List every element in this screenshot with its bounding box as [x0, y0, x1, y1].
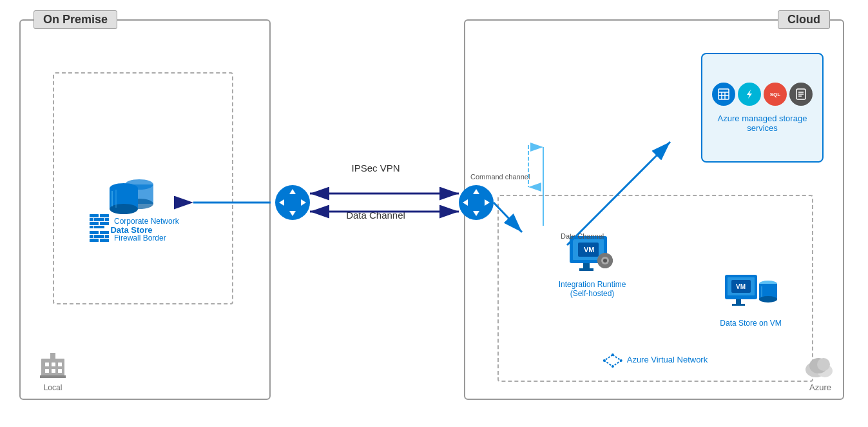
svg-rect-56	[583, 263, 590, 268]
command-channel-label: Command channel	[470, 173, 530, 181]
svg-rect-19	[94, 235, 104, 238]
svg-rect-62	[603, 265, 607, 268]
svg-point-83	[817, 358, 830, 371]
corporate-network-row: Corporate Network	[90, 214, 179, 228]
diagram-container: On Premise Data S	[0, 0, 868, 427]
svg-marker-47	[747, 90, 752, 99]
svg-rect-13	[90, 222, 99, 225]
local-building: Local	[40, 350, 66, 392]
svg-rect-26	[52, 362, 55, 366]
azure-storage-box: SQL Azure managed storage services	[701, 53, 824, 163]
on-premise-inner-box: Data Store	[53, 72, 233, 304]
svg-point-79	[612, 365, 614, 368]
svg-rect-18	[100, 231, 109, 234]
svg-rect-27	[58, 362, 62, 366]
svg-point-5	[110, 204, 138, 214]
svg-point-78	[612, 353, 614, 356]
svg-rect-57	[579, 268, 593, 271]
azure-vnet-box: VM Integration Runtime(Self-hosted)	[497, 195, 813, 382]
svg-rect-9	[100, 214, 109, 217]
svg-rect-42	[719, 89, 729, 99]
svg-rect-61	[603, 253, 607, 256]
svg-rect-31	[50, 353, 55, 359]
firewall-border-row: Firewall Border	[90, 231, 179, 245]
azure-label: Azure	[804, 382, 836, 392]
svg-point-76	[603, 359, 606, 362]
svg-rect-16	[90, 226, 93, 228]
svg-text:VM: VM	[736, 283, 746, 290]
svg-rect-11	[90, 218, 93, 221]
azure-storage-label: Azure managed storage services	[709, 114, 816, 133]
table-storage-icon	[712, 83, 735, 106]
svg-rect-29	[52, 369, 55, 373]
svg-rect-12	[105, 218, 109, 221]
svg-rect-24	[41, 359, 64, 377]
svg-rect-30	[58, 369, 62, 373]
svg-rect-23	[100, 239, 109, 242]
svg-rect-63	[597, 259, 601, 263]
svg-rect-25	[45, 362, 49, 366]
cloud-box: Cloud Data Factory	[464, 19, 844, 400]
on-premise-box: On Premise Data S	[19, 19, 271, 400]
svg-rect-14	[100, 222, 109, 225]
data-store-vm-box: VM Data Store on VM	[709, 273, 793, 328]
ipsec-label: IPSec VPN	[298, 163, 453, 174]
svg-rect-8	[90, 214, 99, 217]
svg-rect-15	[94, 226, 104, 228]
integration-runtime-box: VM Integration Runtime(Self-hosted)	[550, 235, 634, 298]
svg-point-73	[759, 296, 777, 303]
svg-rect-20	[90, 235, 93, 238]
data-channel-main-label: Data Channel	[298, 210, 453, 221]
local-label: Local	[40, 383, 66, 392]
sql-icon: SQL	[764, 83, 787, 106]
data-channel-cloud-label: Data Channel	[561, 232, 604, 240]
cloud-label: Cloud	[778, 10, 830, 29]
firewall-border-label: Firewall Border	[114, 233, 166, 243]
svg-rect-10	[94, 218, 104, 221]
svg-rect-64	[610, 259, 613, 263]
firewall-area: Corporate Network Firewall Border	[90, 214, 179, 245]
storage-icons-row: SQL	[712, 83, 813, 106]
svg-marker-75	[604, 355, 621, 366]
svg-rect-69	[736, 299, 741, 304]
azure-vnet-label: Azure Virtual Network	[603, 353, 708, 368]
svg-point-60	[603, 259, 607, 263]
svg-rect-70	[732, 304, 745, 306]
svg-rect-28	[45, 369, 49, 373]
data-store-vm-label: Data Store on VM	[709, 319, 793, 328]
svg-point-77	[620, 359, 622, 362]
vpn-node-right	[459, 185, 494, 223]
integration-runtime-label: Integration Runtime(Self-hosted)	[550, 280, 634, 298]
corporate-network-label: Corporate Network	[114, 217, 179, 226]
blob-icon	[789, 83, 813, 106]
svg-rect-22	[90, 239, 99, 242]
svg-rect-17	[90, 231, 99, 234]
svg-rect-21	[105, 235, 109, 238]
svg-text:VM: VM	[584, 246, 595, 253]
azure-logo: Azure	[804, 354, 836, 392]
on-premise-label: On Premise	[34, 10, 117, 29]
svg-rect-32	[40, 375, 66, 378]
function-icon	[738, 83, 761, 106]
